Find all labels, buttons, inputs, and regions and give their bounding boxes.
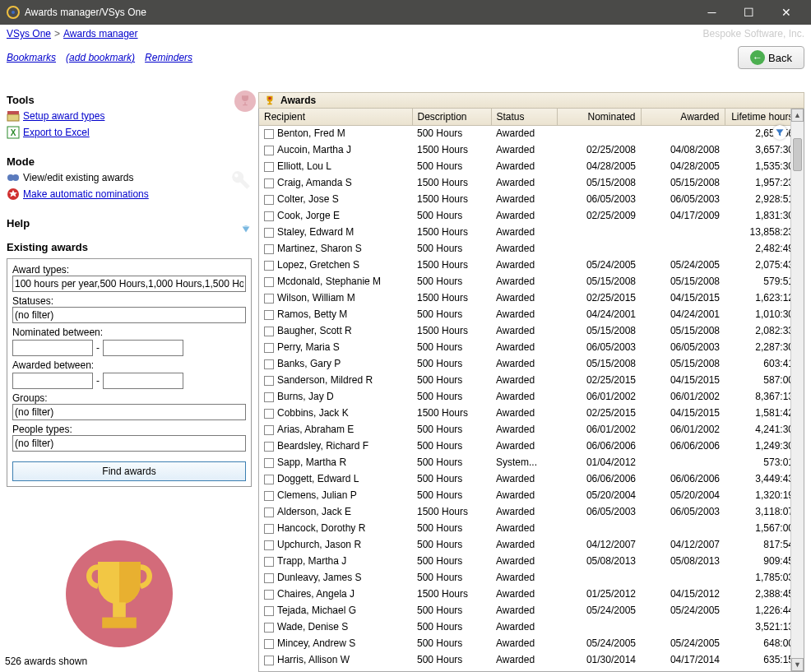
col-status[interactable]: Status [491, 109, 557, 125]
row-checkbox[interactable] [264, 343, 274, 353]
nominated-to[interactable] [103, 340, 183, 356]
row-checkbox[interactable] [264, 146, 274, 155]
col-description[interactable]: Description [412, 109, 491, 125]
table-row[interactable]: Sapp, Martha R500 HoursSystem...01/04/20… [259, 454, 790, 470]
table-row[interactable]: Chaires, Angela J500 HoursAwarded05/08/2… [259, 668, 790, 671]
table-row[interactable]: Cobbins, Jack K1500 HoursAwarded02/25/20… [259, 405, 790, 421]
table-row[interactable]: Clemens, Julian P500 HoursAwarded05/20/2… [259, 487, 790, 503]
table-row[interactable]: Arias, Abraham E500 HoursAwarded06/01/20… [259, 421, 790, 438]
table-row[interactable]: Hancock, Dorothy R500 HoursAwarded1,567:… [259, 520, 790, 536]
row-checkbox[interactable] [264, 162, 274, 172]
people-types-combo[interactable] [12, 435, 246, 452]
row-checkbox[interactable] [264, 656, 274, 665]
statuses-combo[interactable] [12, 307, 246, 323]
scroll-thumb[interactable] [793, 138, 802, 171]
table-row[interactable]: Craig, Amanda S1500 HoursAwarded05/15/20… [259, 174, 790, 191]
table-row[interactable]: Burns, Jay D500 HoursAwarded06/01/200206… [259, 388, 790, 405]
row-checkbox[interactable] [264, 639, 274, 649]
awarded-to[interactable] [103, 373, 183, 389]
table-row[interactable]: Cook, Jorge E500 HoursAwarded02/25/20090… [259, 207, 790, 224]
row-checkbox[interactable] [264, 573, 274, 583]
table-row[interactable]: Colter, Jose S1500 HoursAwarded06/05/200… [259, 191, 790, 207]
back-button[interactable]: ← Back [738, 46, 804, 69]
row-checkbox[interactable] [264, 590, 274, 600]
row-checkbox[interactable] [264, 195, 274, 205]
table-row[interactable]: Upchurch, Jason R500 HoursAwarded04/12/2… [259, 536, 790, 553]
row-checkbox[interactable] [264, 409, 274, 419]
groups-combo[interactable] [12, 404, 246, 420]
row-checkbox[interactable] [264, 623, 274, 633]
table-row[interactable]: Chaires, Angela J1500 HoursAwarded01/25/… [259, 586, 790, 602]
col-awarded[interactable]: Awarded [641, 109, 725, 125]
row-checkbox[interactable] [264, 244, 274, 254]
row-checkbox[interactable] [264, 129, 274, 139]
setup-award-types-link[interactable]: Setup award types [23, 110, 104, 122]
row-checkbox[interactable] [264, 310, 274, 320]
bookmarks-link[interactable]: Bookmarks [7, 52, 56, 63]
svg-text:X: X [11, 128, 16, 137]
row-checkbox[interactable] [264, 294, 274, 304]
row-checkbox[interactable] [264, 211, 274, 221]
minimize-button[interactable]: ─ [693, 0, 730, 25]
maximize-button[interactable]: ☐ [730, 0, 767, 25]
row-checkbox[interactable] [264, 178, 274, 188]
nominated-from[interactable] [12, 340, 93, 356]
close-button[interactable]: ✕ [767, 0, 804, 25]
table-row[interactable]: Baugher, Scott R1500 HoursAwarded05/15/2… [259, 322, 790, 339]
col-lifetime[interactable]: Lifetime hours [725, 109, 790, 125]
export-excel-link[interactable]: Export to Excel [23, 127, 90, 138]
filter-indicator-icon[interactable] [772, 125, 787, 140]
vertical-scrollbar[interactable]: ▲ ▼ [790, 109, 804, 671]
find-awards-button[interactable]: Find awards [12, 461, 246, 481]
row-checkbox[interactable] [264, 327, 274, 336]
table-row[interactable]: Alderson, Jack E1500 HoursAwarded06/05/2… [259, 503, 790, 520]
row-checkbox[interactable] [264, 261, 274, 271]
add-bookmark-link[interactable]: (add bookmark) [66, 52, 135, 63]
row-checkbox[interactable] [264, 228, 274, 238]
row-checkbox[interactable] [264, 359, 274, 369]
table-row[interactable]: Staley, Edward M1500 HoursAwarded13,858:… [259, 224, 790, 240]
table-row[interactable]: Aucoin, Martha J1500 HoursAwarded02/25/2… [259, 141, 790, 158]
table-row[interactable]: Tejada, Michael G500 HoursAwarded05/24/2… [259, 602, 790, 619]
table-row[interactable]: Martinez, Sharon S500 HoursAwarded2,482:… [259, 240, 790, 257]
row-checkbox[interactable] [264, 425, 274, 435]
table-row[interactable]: Elliott, Lou L500 HoursAwarded04/28/2005… [259, 158, 790, 174]
table-row[interactable]: Lopez, Gretchen S1500 HoursAwarded05/24/… [259, 257, 790, 273]
table-row[interactable]: Mincey, Andrew S500 HoursAwarded05/24/20… [259, 635, 790, 651]
table-row[interactable]: Sanderson, Mildred R500 HoursAwarded02/2… [259, 372, 790, 388]
row-checkbox[interactable] [264, 277, 274, 287]
col-recipient[interactable]: Recipient [259, 109, 412, 125]
row-checkbox[interactable] [264, 392, 274, 402]
award-types-combo[interactable] [12, 276, 246, 292]
table-row[interactable]: Benton, Fred M500 HoursAwarded2,658:56 [259, 125, 790, 141]
row-checkbox[interactable] [264, 475, 274, 484]
row-checkbox[interactable] [264, 524, 274, 534]
make-nominations-link[interactable]: Make automatic nominations [23, 188, 149, 200]
table-row[interactable]: Wade, Denise S500 HoursAwarded3,521:13 [259, 619, 790, 635]
table-row[interactable]: Ramos, Betty M500 HoursAwarded04/24/2001… [259, 306, 790, 322]
table-row[interactable]: Trapp, Martha J500 HoursAwarded05/08/201… [259, 553, 790, 569]
row-checkbox[interactable] [264, 557, 274, 567]
scroll-down-button[interactable]: ▼ [791, 658, 804, 671]
row-checkbox[interactable] [264, 507, 274, 517]
row-checkbox[interactable] [264, 458, 274, 468]
row-checkbox[interactable] [264, 491, 274, 501]
scroll-up-button[interactable]: ▲ [791, 109, 804, 122]
table-row[interactable]: Doggett, Edward L500 HoursAwarded06/06/2… [259, 470, 790, 487]
awarded-from[interactable] [12, 373, 93, 389]
table-row[interactable]: Beardsley, Richard F500 HoursAwarded06/0… [259, 438, 790, 454]
row-checkbox[interactable] [264, 540, 274, 550]
table-row[interactable]: Perry, Maria S500 HoursAwarded06/05/2003… [259, 339, 790, 355]
breadcrumb-root[interactable]: VSys One [7, 28, 51, 39]
table-row[interactable]: Mcdonald, Stephanie M500 HoursAwarded05/… [259, 273, 790, 290]
table-row[interactable]: Wilson, William M1500 HoursAwarded02/25/… [259, 290, 790, 306]
row-checkbox[interactable] [264, 606, 274, 616]
row-checkbox[interactable] [264, 376, 274, 386]
row-checkbox[interactable] [264, 442, 274, 452]
table-row[interactable]: Dunleavy, James S500 HoursAwarded1,785:0… [259, 569, 790, 586]
reminders-link[interactable]: Reminders [145, 52, 192, 63]
table-row[interactable]: Banks, Gary P500 HoursAwarded05/15/20080… [259, 355, 790, 372]
col-nominated[interactable]: Nominated [557, 109, 641, 125]
table-row[interactable]: Harris, Allison W500 HoursAwarded01/30/2… [259, 651, 790, 668]
breadcrumb-page[interactable]: Awards manager [63, 28, 138, 39]
